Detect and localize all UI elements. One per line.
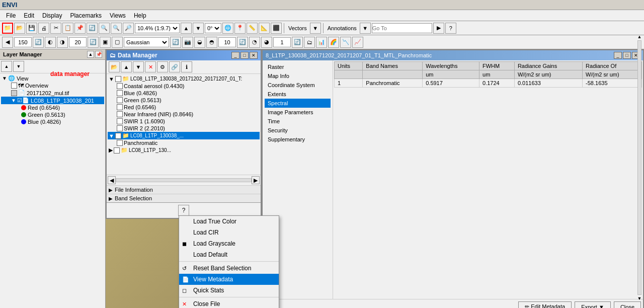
t2-3[interactable]: ◑	[57, 37, 68, 48]
dm-green-cbk[interactable]	[117, 97, 123, 103]
dm-delete-btn[interactable]: ✕	[145, 61, 156, 72]
dm-coastal-cbk[interactable]	[117, 83, 123, 89]
t2-1[interactable]: ◀	[2, 37, 13, 48]
t2-5[interactable]: ▣	[100, 37, 111, 48]
lc08-expand[interactable]: ▼	[11, 98, 16, 103]
meta-maximize[interactable]: □	[623, 52, 631, 59]
layer-lc08-pan[interactable]: ▼ ☑ 📄 LC08_L1TP_130038_201	[1, 97, 104, 104]
menu-file[interactable]: File	[2, 11, 20, 20]
dm-scroll-left[interactable]: ◀	[108, 176, 116, 184]
dm-swir2-cbk[interactable]	[117, 125, 123, 131]
cut-btn[interactable]: ✂	[50, 23, 61, 34]
ctx-reset-band[interactable]: ↺ Reset Band Selection	[179, 263, 279, 274]
t2-8[interactable]: 📷	[182, 37, 193, 48]
meta-nav-supplementary[interactable]: Supplementary	[265, 135, 331, 144]
dm-maximize[interactable]: □	[240, 52, 249, 59]
dm-blue-cbk[interactable]	[117, 90, 123, 96]
meta-nav-security[interactable]: Security	[265, 126, 331, 135]
t2-13[interactable]: ◕	[261, 37, 272, 48]
t2-14[interactable]: 🔄	[292, 37, 303, 48]
sharpen-input[interactable]	[218, 37, 236, 47]
dm-close[interactable]: ✕	[250, 52, 258, 59]
dm-pan-cbk[interactable]	[117, 140, 123, 146]
paste-btn[interactable]: 📌	[74, 23, 86, 34]
dm-file3-expand[interactable]: ▶	[109, 147, 113, 153]
lm-down[interactable]: ▼	[13, 61, 24, 72]
menu-placemarks[interactable]: Placemarks	[66, 11, 106, 20]
menu-help[interactable]: Help	[130, 11, 150, 20]
dm-swir2[interactable]: SWIR 2 (2.2010)	[108, 125, 260, 132]
geo5-btn[interactable]: ⬛	[271, 23, 282, 34]
opacity-input[interactable]	[273, 37, 291, 47]
dm-file2[interactable]: ▼ 📁 LC08_L1TP_130038_...	[108, 132, 260, 139]
contrast-input[interactable]	[69, 37, 87, 47]
dm-blue[interactable]: Blue (0.4826)	[108, 90, 260, 97]
meta-nav-raster[interactable]: Raster	[265, 62, 331, 71]
t2-10[interactable]: ◓	[206, 37, 217, 48]
dm-green[interactable]: Green (0.5613)	[108, 97, 260, 104]
dm-settings-btn[interactable]: ⚙	[157, 61, 168, 72]
ctx-view-metadata[interactable]: 📄 View Metadata	[179, 274, 279, 285]
lm-collapse[interactable]: ▲	[87, 51, 94, 58]
dm-up-btn[interactable]: ▲	[121, 61, 132, 72]
dm-red-cbk[interactable]	[117, 104, 123, 110]
t2-7[interactable]: 🔄	[170, 37, 181, 48]
dm-swir1[interactable]: SWIR 1 (1.6090)	[108, 118, 260, 125]
meta-scroll-track[interactable]	[637, 60, 641, 295]
dm-hscrollbar[interactable]	[116, 178, 252, 182]
ctx-close-file[interactable]: ✕ Close File	[179, 298, 279, 308]
meta-scroll-down[interactable]: ▼	[637, 296, 642, 299]
dm-file2-expand[interactable]: ▼	[109, 133, 114, 139]
open-btn[interactable]: 📂	[14, 23, 25, 34]
export-btn[interactable]: Export ▼	[575, 301, 611, 308]
save-btn[interactable]: 💾	[26, 23, 37, 34]
t2-9[interactable]: ◒	[194, 37, 205, 48]
dm-file3-cbk[interactable]	[114, 147, 120, 153]
dm-scroll-right[interactable]: ▶	[252, 176, 260, 184]
geo3-btn[interactable]: 📏	[247, 23, 258, 34]
menu-display[interactable]: Display	[38, 11, 66, 20]
dm-file1-cbk[interactable]	[115, 76, 121, 82]
goto-input[interactable]	[372, 23, 432, 33]
dm-link-btn[interactable]: 🔗	[169, 61, 180, 72]
meta-nav-spectral[interactable]: Spectral	[265, 99, 331, 108]
t2-17[interactable]: 🌈	[328, 37, 339, 48]
vectors-dropdown[interactable]: ▼	[310, 23, 321, 34]
dm-open-btn[interactable]: 📂	[109, 61, 120, 72]
filter-select[interactable]: Gaussian	[124, 37, 169, 47]
layer-overview[interactable]: 🗺 Overview	[1, 82, 104, 89]
t2-refresh[interactable]: 🔄	[33, 37, 44, 48]
dm-file1[interactable]: ▼ 📁 LC08_L1TP_130038_20171202_20171207_0…	[108, 75, 260, 83]
layer-green[interactable]: Green (0.5613)	[1, 111, 104, 118]
t2-16[interactable]: 📊	[316, 37, 327, 48]
geo2-btn[interactable]: 📍	[234, 23, 246, 34]
geo1-btn[interactable]: 🌐	[222, 23, 233, 34]
copy-btn[interactable]: 📋	[62, 23, 73, 34]
meta-nav-mapinfo[interactable]: Map Info	[265, 71, 331, 81]
zoom-out-btn[interactable]: ▼	[193, 23, 204, 34]
refresh-btn[interactable]: 🔄	[87, 23, 98, 34]
ctx-load-true-color[interactable]: Load True Color	[179, 216, 279, 227]
lc08-checkbox[interactable]: ☑	[17, 97, 22, 104]
t2-11[interactable]: 🔄	[237, 37, 248, 48]
layer-mul-tif[interactable]: 📄 20171202_mul.tif	[1, 89, 104, 97]
menu-edit[interactable]: Edit	[20, 11, 38, 20]
goto-btn[interactable]: ▶	[433, 23, 444, 34]
dm-down-btn[interactable]: ▼	[133, 61, 144, 72]
dm-minimize[interactable]: _	[231, 52, 239, 59]
export-dropdown-icon[interactable]: ▼	[599, 304, 604, 309]
t2-2[interactable]: ◐	[45, 37, 56, 48]
annotations-dropdown[interactable]: ▼	[360, 23, 371, 34]
t2-15[interactable]: 🗂	[304, 37, 315, 48]
edit-metadata-btn[interactable]: ✏ Edit Metadata	[518, 301, 572, 308]
new-btn[interactable]: 📁	[2, 23, 13, 34]
meta-nav-imgparams[interactable]: Image Parameters	[265, 108, 331, 117]
layer-red[interactable]: Red (0.6546)	[1, 104, 104, 111]
lm-pin[interactable]: 📌	[95, 51, 102, 58]
dm-help-button[interactable]: ?	[178, 205, 189, 216]
tool1-btn[interactable]: 🔍	[111, 23, 122, 34]
zoom-btn[interactable]: 🔍	[99, 23, 110, 34]
overview-checkbox[interactable]	[11, 83, 17, 89]
t2-6[interactable]: ▢	[112, 37, 123, 48]
t2-4[interactable]: 🔄	[88, 37, 99, 48]
